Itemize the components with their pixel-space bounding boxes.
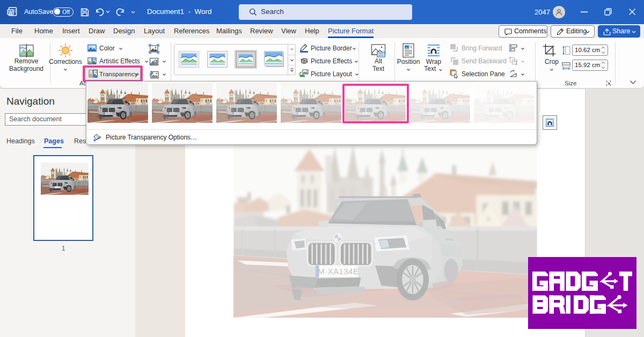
svg-text:W: W [8, 10, 13, 15]
